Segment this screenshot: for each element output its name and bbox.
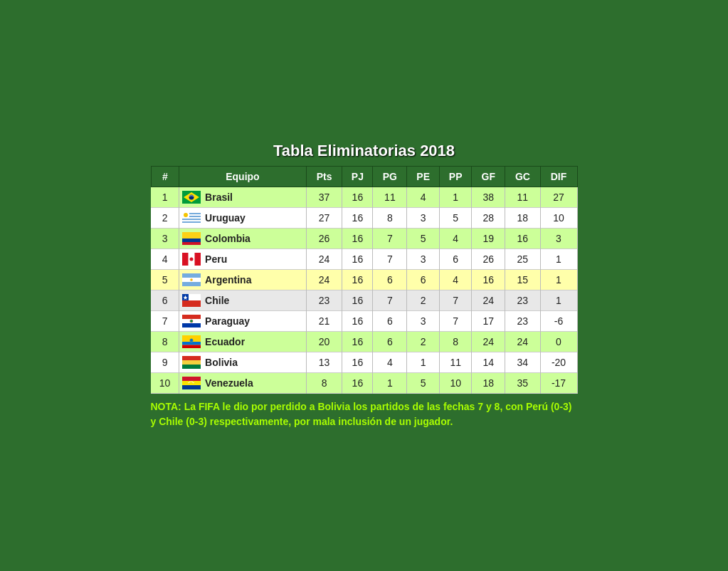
team-cell: Chile xyxy=(179,290,307,311)
team-name: Peru xyxy=(205,253,227,265)
svg-rect-29 xyxy=(182,345,201,349)
flag-colombia xyxy=(182,232,201,245)
pe-cell: 3 xyxy=(407,249,440,270)
pp-cell: 7 xyxy=(439,311,472,332)
col-header-pg: PG xyxy=(373,167,407,187)
rank-cell: 6 xyxy=(151,290,179,311)
pp-cell: 10 xyxy=(439,373,472,394)
rank-cell: 3 xyxy=(151,229,179,249)
page-title: Tabla Eliminatorias 2018 xyxy=(151,142,578,160)
flag-chile xyxy=(182,294,201,307)
col-header-pts: Pts xyxy=(306,167,342,187)
svg-point-9 xyxy=(184,213,188,217)
team-name: Venezuela xyxy=(205,377,253,389)
gf-cell: 38 xyxy=(472,187,505,208)
svg-rect-7 xyxy=(182,221,201,223)
col-header-dif: DIF xyxy=(540,167,577,187)
pp-cell: 8 xyxy=(439,332,472,352)
col-header-gf: GF xyxy=(472,167,505,187)
svg-rect-6 xyxy=(182,219,201,220)
table-row: 3 Colombia 261675419163 xyxy=(151,229,577,249)
team-cell: Brasil xyxy=(179,187,307,208)
gc-cell: 25 xyxy=(505,249,540,270)
pp-cell: 6 xyxy=(439,249,472,270)
pj-cell: 16 xyxy=(342,373,373,394)
gf-cell: 16 xyxy=(472,270,505,290)
svg-point-41 xyxy=(193,382,194,383)
pj-cell: 16 xyxy=(342,352,373,373)
svg-rect-12 xyxy=(182,242,201,245)
svg-point-37 xyxy=(188,382,189,383)
pts-cell: 23 xyxy=(306,290,342,311)
pts-cell: 21 xyxy=(306,311,342,332)
pj-cell: 16 xyxy=(342,270,373,290)
col-header-pj: PJ xyxy=(342,167,373,187)
pj-cell: 16 xyxy=(342,249,373,270)
gc-cell: 35 xyxy=(505,373,540,394)
team-cell: Argentina xyxy=(179,270,307,290)
team-name: Chile xyxy=(205,295,229,306)
dif-cell: 27 xyxy=(540,187,577,208)
gc-cell: 24 xyxy=(505,332,540,352)
rank-cell: 2 xyxy=(151,208,179,229)
pp-cell: 4 xyxy=(439,270,472,290)
col-header-equipo: Equipo xyxy=(179,167,307,187)
gc-cell: 15 xyxy=(505,270,540,290)
pg-cell: 8 xyxy=(373,208,407,229)
flag-uruguay xyxy=(182,211,201,224)
table-row: 10 Venezuela 81615101835-17 xyxy=(151,373,577,394)
team-cell: Venezuela xyxy=(179,373,307,394)
table-row: 8 Ecuador 201662824240 xyxy=(151,332,577,352)
pg-cell: 7 xyxy=(373,290,407,311)
svg-point-26 xyxy=(190,320,193,323)
pj-cell: 16 xyxy=(342,332,373,352)
pe-cell: 4 xyxy=(407,187,440,208)
col-header-gc: GC xyxy=(505,167,540,187)
svg-rect-33 xyxy=(182,365,201,369)
rank-cell: 7 xyxy=(151,311,179,332)
flag-paraguay xyxy=(182,315,201,328)
gc-cell: 23 xyxy=(505,290,540,311)
pe-cell: 5 xyxy=(407,229,440,249)
pg-cell: 6 xyxy=(373,332,407,352)
rank-cell: 4 xyxy=(151,249,179,270)
team-cell: Paraguay xyxy=(179,311,307,332)
pe-cell: 1 xyxy=(407,352,440,373)
svg-point-38 xyxy=(189,382,190,382)
pj-cell: 16 xyxy=(342,311,373,332)
gf-cell: 17 xyxy=(472,311,505,332)
dif-cell: 10 xyxy=(540,208,577,229)
table-row: 9 Bolivia 131641111434-20 xyxy=(151,352,577,373)
svg-rect-25 xyxy=(182,323,201,328)
gf-cell: 28 xyxy=(472,208,505,229)
gc-cell: 34 xyxy=(505,352,540,373)
table-row: 2 Uruguay 2716835281810 xyxy=(151,208,577,229)
pg-cell: 1 xyxy=(373,373,407,394)
svg-rect-34 xyxy=(182,377,201,381)
table-row: 1 Brasil 37161141381127 xyxy=(151,187,577,208)
pts-cell: 24 xyxy=(306,249,342,270)
pe-cell: 2 xyxy=(407,290,440,311)
gf-cell: 26 xyxy=(472,249,505,270)
team-name: Uruguay xyxy=(205,212,246,224)
gc-cell: 23 xyxy=(505,311,540,332)
svg-point-15 xyxy=(190,258,194,261)
flag-brazil xyxy=(182,191,201,204)
pg-cell: 6 xyxy=(373,270,407,290)
table-header-row: #EquipoPtsPJPGPEPPGFGCDIF xyxy=(151,167,577,187)
team-name: Brasil xyxy=(205,192,233,203)
dif-cell: 1 xyxy=(540,290,577,311)
pj-cell: 16 xyxy=(342,208,373,229)
gf-cell: 24 xyxy=(472,290,505,311)
team-name: Ecuador xyxy=(205,336,245,347)
gf-cell: 24 xyxy=(472,332,505,352)
gc-cell: 16 xyxy=(505,229,540,249)
pp-cell: 5 xyxy=(439,208,472,229)
dif-cell: -17 xyxy=(540,373,577,394)
svg-rect-31 xyxy=(182,356,201,360)
team-name: Bolivia xyxy=(205,357,238,368)
table-row: 6 Chile 231672724231 xyxy=(151,290,577,311)
rank-cell: 10 xyxy=(151,373,179,394)
svg-point-30 xyxy=(190,339,194,342)
flag-venezuela xyxy=(182,377,201,389)
